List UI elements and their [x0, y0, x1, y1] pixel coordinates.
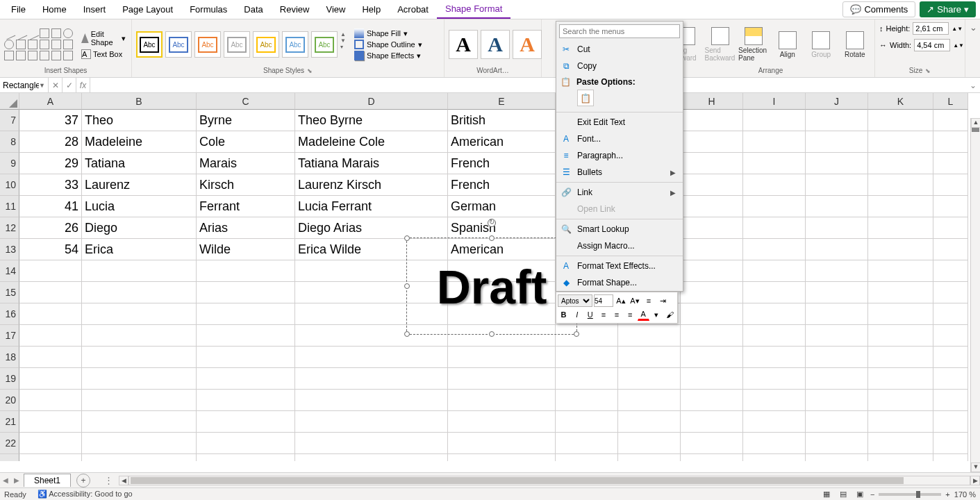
- group-button[interactable]: Group: [806, 31, 837, 58]
- row-header[interactable]: 21: [0, 411, 19, 433]
- selection-pane-button[interactable]: Selection Pane: [738, 27, 770, 62]
- tab-home[interactable]: Home: [34, 1, 75, 18]
- cell[interactable]: Spanish: [448, 217, 556, 239]
- cell[interactable]: [933, 196, 968, 217]
- cell[interactable]: [19, 390, 82, 411]
- cell[interactable]: [743, 325, 806, 347]
- align-left-button[interactable]: ≡: [597, 308, 609, 321]
- cell[interactable]: [743, 131, 806, 153]
- align-button[interactable]: ≡: [642, 294, 655, 307]
- cell[interactable]: [933, 433, 968, 454]
- cell[interactable]: [19, 260, 82, 282]
- cell[interactable]: [868, 260, 933, 282]
- cell[interactable]: [197, 347, 295, 368]
- cell[interactable]: [933, 303, 968, 325]
- cell[interactable]: [618, 368, 681, 390]
- chevron-down-icon[interactable]: ▼: [39, 82, 45, 89]
- cell[interactable]: [806, 239, 868, 260]
- cell[interactable]: French: [448, 153, 556, 174]
- formula-accept-button[interactable]: ✓: [63, 78, 76, 92]
- cell[interactable]: Ferrant: [197, 196, 295, 217]
- row-header[interactable]: 7: [0, 110, 19, 131]
- row-header[interactable]: 22: [0, 433, 19, 454]
- cell[interactable]: [82, 260, 197, 282]
- row-header[interactable]: 14: [0, 260, 19, 282]
- cell[interactable]: [806, 131, 868, 153]
- sheet-nav-next[interactable]: ▶: [11, 476, 22, 484]
- cell[interactable]: [197, 411, 295, 433]
- cell[interactable]: [681, 174, 743, 196]
- underline-button[interactable]: U: [584, 308, 596, 321]
- cell[interactable]: [556, 433, 618, 454]
- cell[interactable]: [681, 153, 743, 174]
- cell[interactable]: [556, 411, 618, 433]
- row-header[interactable]: 23: [0, 454, 19, 461]
- cell[interactable]: [19, 282, 82, 303]
- cell[interactable]: [448, 368, 556, 390]
- cell[interactable]: [19, 325, 82, 347]
- align-center-button[interactable]: ≡: [611, 308, 622, 321]
- rotate-handle[interactable]: [488, 219, 496, 227]
- cell[interactable]: [743, 196, 806, 217]
- cell[interactable]: Arias: [197, 217, 295, 239]
- ctx-link[interactable]: 🔗Link▶: [556, 184, 683, 201]
- cell[interactable]: [868, 153, 933, 174]
- font-color-button[interactable]: A: [638, 308, 649, 321]
- col-header[interactable]: H: [681, 93, 743, 110]
- cell[interactable]: [197, 303, 295, 325]
- mini-font-size[interactable]: [594, 294, 613, 307]
- zoom-level[interactable]: 170 %: [954, 490, 976, 499]
- ctx-smart-lookup[interactable]: 🔍Smart Lookup: [556, 221, 683, 238]
- cell[interactable]: [868, 325, 933, 347]
- share-button[interactable]: ↗Share▾: [920, 1, 976, 17]
- cell[interactable]: [743, 174, 806, 196]
- resize-handle[interactable]: [574, 331, 579, 337]
- cell[interactable]: [743, 411, 806, 433]
- cell[interactable]: 28: [19, 131, 82, 153]
- cell[interactable]: [448, 454, 556, 461]
- cell[interactable]: [448, 347, 556, 368]
- gallery-down-icon[interactable]: ▼: [340, 38, 346, 44]
- zoom-out-button[interactable]: −: [870, 490, 874, 499]
- cell[interactable]: [681, 131, 743, 153]
- cell[interactable]: [556, 390, 618, 411]
- row-header[interactable]: 18: [0, 347, 19, 368]
- cell[interactable]: [19, 454, 82, 461]
- scroll-thumb[interactable]: [131, 477, 904, 484]
- shape-text[interactable]: Draft: [407, 238, 576, 335]
- cell[interactable]: Cole: [197, 131, 295, 153]
- row-header[interactable]: 16: [0, 303, 19, 325]
- cell[interactable]: [197, 260, 295, 282]
- cell[interactable]: [19, 303, 82, 325]
- cell[interactable]: British: [448, 110, 556, 131]
- cell[interactable]: Theo: [82, 110, 197, 131]
- cell[interactable]: [806, 282, 868, 303]
- cell[interactable]: [19, 368, 82, 390]
- cell[interactable]: Kirsch: [197, 174, 295, 196]
- cell[interactable]: 33: [19, 174, 82, 196]
- cell[interactable]: [933, 239, 968, 260]
- cell[interactable]: Lucia Ferrant: [295, 196, 448, 217]
- cell[interactable]: [806, 196, 868, 217]
- cell[interactable]: [806, 454, 868, 461]
- tab-help[interactable]: Help: [354, 1, 389, 18]
- cell[interactable]: [933, 153, 968, 174]
- cell[interactable]: Madeleine: [82, 131, 197, 153]
- cell[interactable]: [295, 390, 448, 411]
- ctx-format-shape[interactable]: ◆Format Shape...: [556, 274, 683, 291]
- spinner-icon[interactable]: ▲▼: [952, 26, 963, 32]
- formula-input[interactable]: [90, 78, 966, 92]
- format-painter-button[interactable]: 🖌: [664, 308, 676, 321]
- cell[interactable]: [868, 411, 933, 433]
- cell[interactable]: [82, 454, 197, 461]
- name-box[interactable]: ▼: [0, 78, 49, 92]
- resize-handle[interactable]: [489, 331, 495, 337]
- cell[interactable]: Erica: [82, 239, 197, 260]
- rotate-button[interactable]: Rotate: [840, 31, 871, 58]
- bold-button[interactable]: B: [558, 308, 570, 321]
- gallery-up-icon[interactable]: ▲: [340, 31, 346, 38]
- cell[interactable]: [82, 390, 197, 411]
- col-header[interactable]: D: [295, 93, 448, 110]
- cell[interactable]: [681, 433, 743, 454]
- mini-font-select[interactable]: Aptos Na: [558, 294, 592, 307]
